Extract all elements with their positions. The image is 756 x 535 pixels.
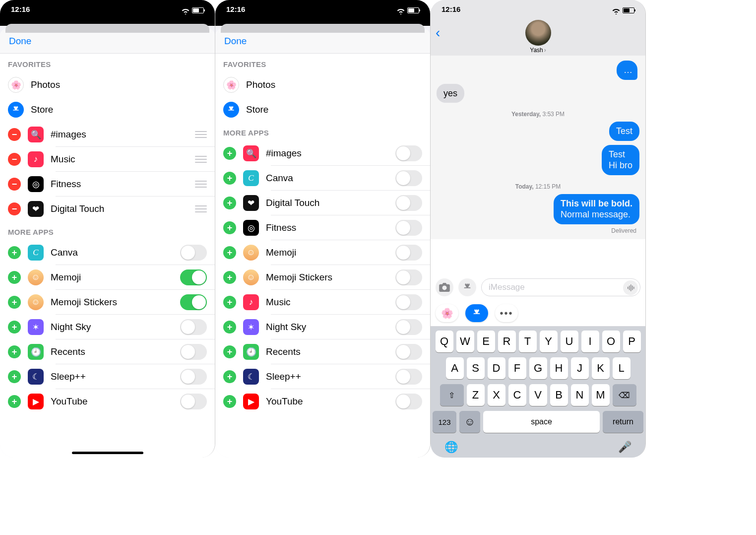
app-toggle[interactable] [395,220,422,236]
favorite-row-images[interactable]: − 🔍 #images [0,122,215,147]
key-i[interactable]: I [581,331,599,352]
app-toggle[interactable] [395,269,422,285]
done-button[interactable]: Done [9,36,31,46]
key-v[interactable]: V [529,384,547,406]
message-out[interactable]: Test [609,122,639,141]
photos-app[interactable]: 🌸 [436,304,458,322]
number-key[interactable]: 123 [433,411,456,433]
add-button[interactable]: + [8,395,21,408]
add-button[interactable]: + [8,321,21,334]
app-toggle[interactable] [180,269,207,285]
add-button[interactable]: + [223,395,236,408]
app-toggle[interactable] [180,369,207,385]
app-store-button[interactable] [458,278,476,296]
more-app-row[interactable]: + ❤ Digital Touch [215,191,430,215]
more-app-row-recents[interactable]: + 🕘 Recents [0,339,215,364]
message-out[interactable]: Test Hi bro [602,145,639,175]
app-toggle[interactable] [395,170,422,186]
done-button[interactable]: Done [224,36,247,46]
add-button[interactable]: + [223,221,236,234]
key-s[interactable]: S [467,357,485,379]
app-toggle[interactable] [395,145,422,161]
key-c[interactable]: C [508,384,526,406]
more-app-row-night-sky[interactable]: + ✶ Night Sky [0,315,215,339]
favorite-row-digital-touch[interactable]: − ❤ Digital Touch [0,197,215,221]
favorite-row-store[interactable]: Store [215,97,430,122]
message-in[interactable]: yes [437,84,464,103]
app-toggle[interactable] [395,369,422,385]
key-w[interactable]: W [456,331,474,352]
dictation-key[interactable]: 🎤 [618,441,631,454]
remove-button[interactable]: − [8,153,21,166]
drag-handle-icon[interactable] [195,181,207,188]
contact-avatar[interactable] [525,20,551,46]
add-button[interactable]: + [8,271,21,284]
key-y[interactable]: Y [540,331,558,352]
key-d[interactable]: D [488,357,505,379]
more-app-row[interactable]: + 🔍 #images [215,141,430,166]
key-f[interactable]: F [508,357,526,379]
key-a[interactable]: A [446,357,464,379]
add-button[interactable]: + [8,345,21,358]
key-b[interactable]: B [550,384,568,406]
add-button[interactable]: + [223,271,236,284]
key-n[interactable]: N [571,384,589,406]
shift-key[interactable]: ⇧ [440,384,464,406]
keyboard[interactable]: QWERTYUIOP ASDFGHJKL ⇧ ZXCVBNM ⌫ 123 ☺ s… [431,327,645,458]
add-button[interactable]: + [223,345,236,358]
contact-name[interactable]: Yash › [530,47,546,54]
app-toggle[interactable] [180,344,207,360]
globe-key[interactable]: 🌐 [444,441,458,454]
favorite-row-photos[interactable]: 🌸 Photos [0,72,215,97]
app-toggle[interactable] [180,319,207,335]
favorite-row-fitness[interactable]: − ◎ Fitness [0,172,215,197]
app-strip[interactable]: 🌸 ••• [431,300,645,327]
return-key[interactable]: return [603,411,643,433]
add-button[interactable]: + [223,246,236,259]
app-toggle[interactable] [180,294,207,310]
space-key[interactable]: space [483,411,600,433]
key-q[interactable]: Q [436,331,453,352]
audio-message-button[interactable] [623,280,638,295]
app-toggle[interactable] [180,245,207,261]
add-button[interactable]: + [8,246,21,259]
add-button[interactable]: + [223,370,236,383]
app-toggle[interactable] [395,245,422,261]
key-h[interactable]: H [550,357,568,379]
more-app-row[interactable]: + 🕘 Recents [215,339,430,364]
more-app-row[interactable]: + ◎ Fitness [215,215,430,240]
add-button[interactable]: + [8,370,21,383]
favorite-row-music[interactable]: − ♪ Music [0,147,215,172]
emoji-key[interactable]: ☺ [459,411,480,433]
add-button[interactable]: + [223,172,236,185]
drag-handle-icon[interactable] [195,205,207,212]
add-button[interactable]: + [223,147,236,160]
add-button[interactable]: + [223,296,236,309]
backspace-key[interactable]: ⌫ [613,384,636,406]
message-input[interactable]: iMessage [481,278,640,296]
app-toggle[interactable] [395,294,422,310]
more-app-row-sleep[interactable]: + ☾ Sleep++ [0,364,215,389]
favorite-row-store[interactable]: Store [0,97,215,122]
key-m[interactable]: M [592,384,610,406]
key-p[interactable]: P [623,331,641,352]
message-out[interactable]: This will be bold. Normal message. [554,194,639,224]
key-z[interactable]: Z [467,384,485,406]
key-g[interactable]: G [529,357,547,379]
key-x[interactable]: X [488,384,505,406]
more-app-row[interactable]: + ☾ Sleep++ [215,364,430,389]
remove-button[interactable]: − [8,202,21,215]
more-app-row-youtube[interactable]: + ▶ YouTube [0,389,215,414]
more-app-row-memoji-stickers[interactable]: + ☺ Memoji Stickers [0,290,215,315]
more-app-row[interactable]: + ♪ Music [215,290,430,315]
key-t[interactable]: T [519,331,537,352]
add-button[interactable]: + [223,197,236,209]
key-e[interactable]: E [477,331,495,352]
remove-button[interactable]: − [8,178,21,191]
drag-handle-icon[interactable] [195,156,207,163]
remove-button[interactable]: − [8,128,21,141]
key-j[interactable]: J [571,357,589,379]
home-indicator[interactable] [72,452,143,454]
camera-button[interactable] [436,278,453,296]
key-o[interactable]: O [602,331,620,352]
